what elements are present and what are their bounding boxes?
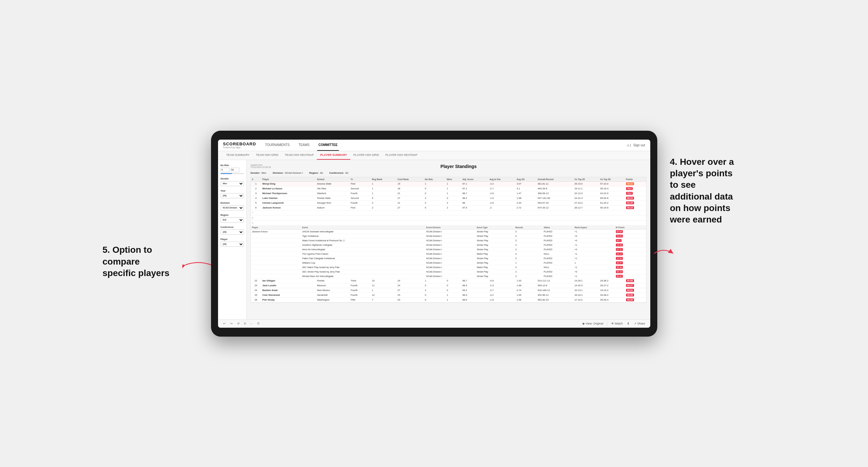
sign-out-link[interactable]: Sign out bbox=[633, 144, 645, 147]
sub-table-row[interactable]: Southern Highlands Collegiate NCAA Divis… bbox=[251, 243, 646, 247]
sub-table-row[interactable]: Tiger Invitational NCAA Division I Strok… bbox=[251, 234, 646, 238]
sub-table-row[interactable]: Jackson Koivun UNCW Seahawk Intercollegi… bbox=[251, 229, 646, 234]
cell-yr: Fourth bbox=[349, 191, 371, 196]
toolbar-clock[interactable]: ⏱ bbox=[256, 321, 261, 326]
cell-points[interactable]: 66.54 bbox=[625, 196, 646, 200]
sub-cell-w-points: 57.57 bbox=[615, 247, 646, 251]
standings-table-container: # Player School Yr Reg Rank Conf Rank No… bbox=[251, 177, 647, 303]
sub-cell-type: Stroke Play bbox=[475, 238, 514, 243]
cell-points[interactable]: 76.3 bbox=[625, 186, 646, 191]
sub-table-row[interactable]: The Cypress Point Classic NCAA Division … bbox=[251, 251, 646, 256]
table-row[interactable]: 5 Christo Lamprecht Georgia Tech Fourth … bbox=[251, 200, 646, 205]
cell-avg-par: -1.6 bbox=[488, 196, 516, 200]
cell-points[interactable]: 59.95 bbox=[625, 292, 646, 298]
subnav-player-h2h-heatmap[interactable]: PLAYER H2H HEATMAP bbox=[382, 151, 421, 160]
cell-points[interactable]: 58.49 bbox=[625, 298, 646, 302]
subnav-team-h2h-grid[interactable]: TEAM H2H GRID bbox=[253, 151, 282, 160]
table-row[interactable]: 2 Michael La Sasso Ole Miss Second 1 18 … bbox=[251, 186, 646, 191]
toolbar-download[interactable]: ⬇ bbox=[626, 321, 631, 326]
cell-reg-rank: 10 bbox=[371, 279, 396, 283]
sub-table-row[interactable]: SEC Stroke Play hosted by Jerry Pate NCA… bbox=[251, 269, 646, 274]
cell-no-rds: 5 bbox=[424, 205, 446, 210]
subnav-team-summary[interactable]: TEAM SUMMARY bbox=[223, 151, 253, 160]
app-header: SCOREBOARD Powered by clippi TOURNAMENTS… bbox=[218, 139, 650, 151]
col-avg-par: Avg to Par bbox=[488, 177, 516, 182]
division-select[interactable]: NCAA Division I bbox=[221, 205, 244, 210]
cell-name: Petr Hruby bbox=[261, 298, 316, 302]
toolbar-watch[interactable]: 👁 Watch bbox=[610, 321, 624, 326]
table-header-row: # Player School Yr Reg Rank Conf Rank No… bbox=[251, 177, 646, 182]
year-select[interactable]: (All) bbox=[221, 193, 244, 198]
share-label: Share bbox=[637, 322, 645, 325]
sub-table-row[interactable]: Wake Forest Invitational at Pinehurst No… bbox=[251, 238, 646, 243]
nav-committee[interactable]: COMMITTEE bbox=[317, 139, 339, 151]
table-row[interactable]: 4 Luke Clanton Florida State Second 5 27… bbox=[251, 196, 646, 200]
sub-cell-rank-impact: +0 bbox=[574, 247, 615, 251]
toolbar-share[interactable]: ↗ Share bbox=[633, 321, 646, 326]
sidebar-year: Year (All) bbox=[221, 189, 244, 198]
region-select[interactable]: N/A bbox=[221, 217, 244, 222]
table-row[interactable]: 1 Wenyi Ding Arizona State First 1 15 1 … bbox=[251, 181, 646, 186]
table-row[interactable]: 3 Michael Thorbjornsen Stanford Fourth 1… bbox=[251, 191, 646, 196]
sub-table-row[interactable]: Amer An Intercollegiate NCAA Division I … bbox=[251, 247, 646, 251]
sub-cell-rank-impact: +0 bbox=[574, 238, 615, 243]
toolbar-copy[interactable]: ⎘ bbox=[243, 321, 247, 326]
cell-overall: 674-33-12 bbox=[536, 205, 573, 210]
cell-rank: 6 bbox=[251, 205, 261, 210]
sub-cell-rounds: 3 bbox=[514, 269, 542, 274]
division-label: Division bbox=[221, 201, 244, 204]
col-player: Player bbox=[261, 177, 316, 182]
sub-cell-division: NCAA Division I bbox=[425, 234, 475, 238]
toolbar-view-original[interactable]: ▶ View: Original bbox=[582, 321, 604, 326]
sub-nav: TEAM SUMMARY TEAM H2H GRID TEAM H2H HEAT… bbox=[218, 151, 650, 160]
cell-vs-top25: 14-20-3 bbox=[573, 283, 599, 288]
no-rds-max-input[interactable] bbox=[230, 168, 239, 172]
toolbar-redo[interactable]: ↪ bbox=[229, 321, 234, 326]
table-row[interactable]: 25 Cole Sherwood Vanderbilt Fourth 12 23… bbox=[251, 292, 646, 298]
sub-table-row[interactable]: Fallen Oak Collegiate Invitational NCAA … bbox=[251, 256, 646, 260]
sub-table-row[interactable]: Williams Cup NCAA Division I Stroke Play… bbox=[251, 260, 646, 265]
nav-tournaments[interactable]: TOURNAMENTS bbox=[264, 139, 291, 151]
tablet-screen: SCOREBOARD Powered by clippi TOURNAMENTS… bbox=[218, 139, 650, 328]
subnav-team-h2h-heatmap[interactable]: TEAM H2H HEATMAP bbox=[281, 151, 317, 160]
cell-points[interactable]: 70.2 bbox=[625, 191, 646, 196]
gender-select[interactable]: Men bbox=[221, 181, 244, 186]
subnav-player-summary[interactable]: PLAYER SUMMARY bbox=[317, 151, 350, 160]
table-row[interactable]: 6 Jackson Koivun Auburn First 2 27 5 2 6… bbox=[251, 205, 646, 210]
cell-points[interactable]: 98.22 bbox=[625, 181, 646, 186]
player-select[interactable]: (All) bbox=[221, 242, 244, 247]
table-row-spacer: 9 bbox=[251, 220, 646, 225]
no-rds-min-input[interactable] bbox=[221, 168, 229, 172]
conference-select[interactable]: (All) bbox=[221, 229, 244, 235]
cell-wins: 2 bbox=[445, 200, 461, 205]
cell-wins: 0 bbox=[445, 288, 461, 292]
sidebar-gender: Gender Men bbox=[221, 177, 244, 186]
sub-table-row[interactable]: Mirobel Maui Jim Intercollegiate NCAA Di… bbox=[251, 274, 646, 278]
toolbar-refresh[interactable]: ↺ bbox=[236, 321, 241, 326]
table-row[interactable]: 24 Bastien Amat New Mexico Fourth 1 27 2… bbox=[251, 288, 646, 292]
sub-table-row[interactable]: SEC Match Play hosted by Jerry Pate NCAA… bbox=[251, 265, 646, 269]
cell-points[interactable]: 58.18 bbox=[625, 205, 646, 210]
cell-points[interactable]: 60.27 bbox=[625, 283, 646, 288]
table-row[interactable]: 22 Ian Gilligan Florida Third 10 24 1 0 … bbox=[251, 279, 646, 283]
cell-yr: First bbox=[349, 205, 371, 210]
sub-cell-w-points: 66.40 bbox=[615, 274, 646, 278]
sub-cell-division: NCAA Division I bbox=[425, 247, 475, 251]
subnav-player-h2h-grid[interactable]: PLAYER H2H GRID bbox=[350, 151, 382, 160]
cell-reg-rank: 1 bbox=[371, 181, 396, 186]
toolbar-more[interactable]: ··· bbox=[249, 321, 254, 326]
cell-no-rds: 1 bbox=[424, 181, 446, 186]
sub-cell-player bbox=[251, 269, 301, 274]
cell-adj-score: 68.9 bbox=[461, 292, 488, 298]
cell-yr: Fourth bbox=[349, 288, 371, 292]
cell-rank: 23 bbox=[251, 283, 261, 288]
table-row[interactable]: 26 Petr Hruby Washington Fifth 7 23 0 1 … bbox=[251, 298, 646, 302]
sub-cell-event: Southern Highlands Collegiate bbox=[301, 243, 425, 247]
nav-teams[interactable]: TEAMS bbox=[297, 139, 310, 151]
cell-name: Michael Thorbjornsen bbox=[261, 191, 316, 196]
cell-points[interactable]: 60.68 bbox=[625, 279, 646, 283]
cell-points[interactable]: 60.02 bbox=[625, 288, 646, 292]
table-row[interactable]: 23 Jack Lundin Missouri Fourth 11 24 0 0… bbox=[251, 283, 646, 288]
cell-points[interactable]: 60.49 bbox=[625, 200, 646, 205]
toolbar-undo[interactable]: ↩ bbox=[222, 321, 227, 326]
